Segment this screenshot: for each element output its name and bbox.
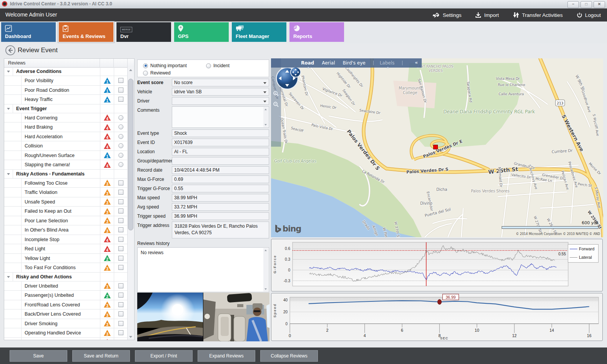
tree-item-row[interactable]: Yellow Light2 (4, 254, 128, 263)
trigger-g-force-field[interactable]: 0.55 (172, 185, 269, 192)
save-and-return-button[interactable]: Save and Return (72, 350, 130, 362)
item-checkbox[interactable] (114, 244, 128, 253)
item-checkbox[interactable] (114, 291, 128, 300)
item-checkbox[interactable] (114, 309, 128, 319)
tree-item-row[interactable]: Driver Unbelted3 (4, 281, 128, 291)
tree-item-row[interactable]: Failed to Keep an Out3 (4, 207, 128, 216)
item-checkbox[interactable] (114, 281, 128, 291)
max-g-force-field[interactable]: 0.69 (172, 175, 269, 183)
gforce-chart[interactable]: -0.300.30.6G-Force0.55 (271, 239, 602, 293)
collapse-reviews-button[interactable]: Collapse Reviews (260, 350, 318, 362)
zoom-in-icon[interactable] (273, 91, 279, 98)
maximize-button[interactable]: □ (580, 1, 592, 8)
item-checkbox[interactable] (114, 263, 128, 272)
logout-button[interactable]: Logout (577, 12, 601, 18)
reviews-history-box[interactable]: No reviews (137, 247, 269, 292)
item-radio[interactable] (114, 113, 128, 122)
item-checkbox[interactable] (114, 328, 128, 338)
radio-reviewed[interactable] (143, 71, 148, 76)
item-checkbox[interactable] (114, 300, 128, 309)
item-checkbox[interactable] (114, 254, 128, 263)
event-location-marker[interactable] (433, 145, 438, 149)
close-button[interactable]: ✕ (594, 1, 605, 8)
tree-category-row[interactable]: Adverse Conditions (4, 67, 128, 76)
tree-item-row[interactable]: In Other's Blind Area3 (4, 225, 128, 235)
item-checkbox[interactable] (114, 188, 128, 197)
tab-dvr[interactable]: MERGEDvr (116, 22, 171, 42)
tree-item-row[interactable]: Rough/Uneven Surface1 (4, 151, 128, 160)
textarea-scrollbar[interactable] (263, 107, 268, 127)
trigger-address-field[interactable]: 31828 Palos Verdes Dr E, Rancho Palos Ve… (172, 222, 269, 238)
tree-expander[interactable] (4, 273, 13, 281)
item-checkbox[interactable] (114, 216, 128, 225)
tree-item-row[interactable]: Back/Driver Lens Covered3 (4, 309, 128, 319)
back-button[interactable] (5, 45, 15, 55)
tree-item-row[interactable]: Passenger(s) Unbelted2 (4, 291, 128, 300)
cabin-camera-thumbnail[interactable] (203, 293, 269, 341)
item-checkbox[interactable] (114, 319, 128, 328)
reviews-history-scrollbar[interactable] (263, 248, 268, 291)
map-collapse-button[interactable]: « (415, 60, 418, 65)
map-mode-road[interactable]: Road (301, 60, 314, 66)
map-mode-bird-s-eye[interactable]: Bird's eye (343, 60, 366, 66)
road-camera-thumbnail[interactable] (137, 293, 203, 341)
location-field[interactable]: Al - FL (172, 148, 269, 156)
tree-item-row[interactable]: Hard Acceleration4 (4, 132, 128, 142)
event-type-field[interactable]: Shock (172, 129, 269, 137)
avg-speed-field[interactable]: 33.72 MPH (172, 203, 269, 211)
status-option-incident[interactable]: Incident (206, 63, 229, 68)
tree-item-row[interactable]: Traffic Violation3 (4, 188, 128, 197)
item-radio[interactable] (114, 141, 128, 151)
tree-item-row[interactable]: Too Fast For Conditions3 (4, 263, 128, 273)
item-checkbox[interactable] (114, 86, 128, 95)
tree-item-row[interactable]: Poor Visibility1 (4, 76, 128, 86)
bing-map[interactable]: 213 Conqueror DrPhantom DrCoolheights Dr… (271, 58, 603, 237)
tab-fleet-manager[interactable]: Fleet Manager (232, 22, 286, 42)
bing-logo[interactable]: bing (275, 224, 301, 233)
transfer-activities-button[interactable]: Transfer Activities (513, 12, 563, 18)
item-checkbox[interactable] (114, 235, 128, 244)
tree-item-row[interactable]: Incomplete Stop4 (4, 235, 128, 245)
item-checkbox[interactable] (114, 338, 128, 341)
event-id-field[interactable]: X017639 (172, 139, 269, 146)
status-option-nothing-important[interactable]: Nothing important (143, 63, 187, 68)
item-radio[interactable] (114, 122, 128, 132)
item-radio[interactable] (114, 160, 128, 169)
tree-category-row[interactable]: Risky Actions - Fundamentals (4, 170, 128, 179)
minimize-button[interactable]: – (567, 1, 579, 8)
tree-category-row[interactable]: Risky and Other Actions (4, 273, 128, 281)
tree-expander[interactable] (4, 104, 13, 113)
trigger-speed-field[interactable]: 36.99 MPH (172, 212, 269, 220)
radio-nothing-important[interactable] (143, 63, 148, 68)
group-department-field[interactable] (172, 157, 269, 165)
tree-item-row[interactable]: Hard Cornering4 (4, 113, 128, 123)
event-score-select[interactable]: No score (172, 79, 269, 86)
tree-category-row[interactable]: Event Trigger (4, 104, 128, 113)
scrollbar-thumb[interactable] (128, 79, 133, 230)
map-pan-control[interactable] (276, 65, 298, 88)
item-checkbox[interactable] (114, 76, 128, 85)
item-checkbox[interactable] (114, 207, 128, 216)
record-date-field[interactable]: 10/4/2014 4:48:54 PM (172, 166, 269, 174)
expand-reviews-button[interactable]: Expand Reviews (198, 350, 255, 362)
status-option-reviewed[interactable]: Reviewed (143, 70, 171, 76)
import-button[interactable]: Import (475, 12, 499, 18)
item-radio[interactable] (114, 132, 128, 141)
reviews-scrollbar[interactable] (127, 67, 134, 340)
scroll-down-icon[interactable] (128, 334, 134, 340)
tree-item-row[interactable]: Following Too Close3 (4, 179, 128, 188)
tab-dashboard[interactable]: Dashboard (1, 22, 56, 42)
max-speed-field[interactable]: 38.99 MPH (172, 194, 269, 202)
map-mode-labels[interactable]: Labels (380, 60, 395, 66)
tree-item-row[interactable]: Red Light4 (4, 244, 128, 254)
tab-events-reviews[interactable]: Events & Reviews (59, 22, 113, 42)
export-print-button[interactable]: Export / Print (135, 350, 193, 362)
tree-item-row[interactable]: Slapping the camera!4 (4, 160, 128, 170)
radio-incident[interactable] (206, 63, 211, 68)
tree-item-row[interactable]: Poor Lane Selection3 (4, 216, 128, 226)
tree-item-row[interactable]: Poor Road Condition1 (4, 86, 128, 95)
tree-item-row[interactable]: Front/Road Lens Covered3 (4, 300, 128, 310)
vehicle-select[interactable]: idrive Van SB (172, 88, 269, 96)
tree-expander[interactable] (4, 170, 13, 178)
comments-textarea[interactable] (172, 106, 269, 128)
